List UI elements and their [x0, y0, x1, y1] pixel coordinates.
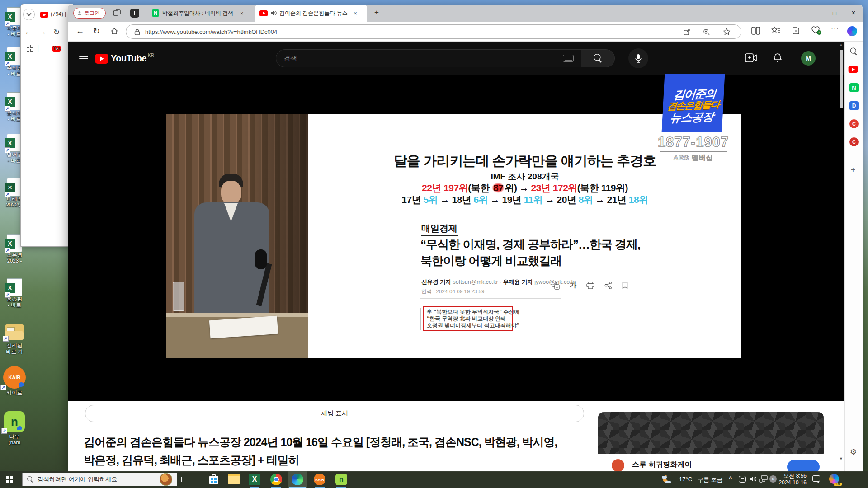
sidebar-naver-icon[interactable]: N — [849, 83, 859, 92]
ime-indicator-icon[interactable] — [739, 476, 746, 483]
reporter-name: 신유경 기자 — [421, 279, 451, 285]
voice-search-button[interactable] — [628, 48, 648, 68]
task-view-icon[interactable] — [181, 476, 189, 483]
sidebar-youtube-icon[interactable] — [849, 66, 858, 73]
hidden-icons-chevron[interactable]: ^ — [729, 475, 732, 482]
youtube-logo-icon — [95, 54, 108, 64]
back-icon[interactable]: ← — [24, 28, 32, 37]
address-bar[interactable]: https://www.youtube.com/watch?v=h8mkOHDc… — [126, 24, 741, 39]
split-screen-icon[interactable] — [751, 27, 760, 35]
notification-center-icon[interactable] — [812, 475, 820, 482]
tab-youtube-active[interactable]: 김어준의 겸손은힘들다 뉴스 × — [255, 5, 367, 22]
copilot-icon[interactable] — [847, 26, 857, 36]
taskbar-store-icon[interactable] — [208, 474, 220, 485]
subscribe-button[interactable] — [787, 460, 820, 472]
split-tab-icon[interactable] — [130, 9, 139, 18]
browser-content: YouTube KR 검색 M — [68, 42, 863, 472]
rank-2023: 23년 172위 — [531, 183, 577, 193]
sidebar-search-icon[interactable] — [849, 47, 859, 56]
window-close-button[interactable]: × — [844, 5, 863, 22]
tab-search-chevron-button[interactable] — [23, 9, 35, 20]
browser-essentials-icon[interactable]: ✓ — [811, 26, 820, 34]
settings-menu-icon[interactable]: ··· — [831, 24, 839, 32]
sidebar-red-app-icon-2[interactable]: C — [849, 137, 859, 146]
tab-close-icon[interactable]: × — [240, 10, 244, 17]
logo-line3: 뉴스공장 — [661, 110, 723, 125]
sidebar-blue-app-icon[interactable]: D — [849, 101, 859, 110]
bookmark-icon — [622, 282, 628, 289]
disconnected-status-icon[interactable]: × — [769, 475, 777, 483]
create-video-icon[interactable] — [745, 53, 757, 62]
weather-icon[interactable] — [662, 474, 672, 484]
weather-desc[interactable]: 구름 조금 — [698, 476, 723, 484]
share-icon[interactable] — [683, 28, 690, 36]
page-scrollbar[interactable]: ▲ ▼ — [838, 42, 844, 472]
forward-icon[interactable]: → — [39, 28, 47, 37]
workspaces-icon[interactable] — [113, 9, 121, 17]
hamburger-menu-icon[interactable] — [79, 55, 88, 63]
video-player[interactable]: 달을 가리키는데 손가락만을 얘기하는 추경호 IMF 조사 208개국 22년… — [68, 75, 844, 401]
scroll-up-arrow[interactable]: ▲ — [839, 42, 843, 47]
favorites-list-icon[interactable] — [771, 26, 780, 35]
taskbar-explorer-icon[interactable] — [228, 474, 240, 485]
taskbar-chrome-icon[interactable] — [270, 474, 282, 485]
edge-sidebar: N D C C + ⚙ — [844, 42, 863, 472]
reload-button[interactable]: ↻ — [93, 26, 100, 36]
back-button[interactable]: ← — [76, 26, 84, 36]
search-input[interactable]: 검색 — [276, 49, 581, 67]
weather-temp[interactable]: 17°C — [679, 476, 692, 483]
scroll-down-arrow[interactable]: ▼ — [839, 456, 843, 461]
zoom-icon[interactable] — [703, 28, 710, 36]
start-button[interactable] — [6, 476, 13, 483]
search-highlight-food-image[interactable] — [160, 473, 172, 486]
window-maximize-button[interactable]: □ — [826, 5, 844, 22]
sidebar-settings-gear-icon[interactable]: ⚙ — [850, 447, 857, 457]
letter: N — [852, 84, 856, 91]
home-button[interactable] — [110, 27, 118, 35]
tab-close-icon[interactable]: × — [354, 10, 357, 17]
background-browser-window[interactable]: (794) [ ← → ↻ | You — [20, 4, 73, 247]
text: → 21년 — [593, 194, 628, 205]
login-chip[interactable]: 로그인 — [73, 8, 106, 19]
desktop-icon-folder[interactable]: ↗ 정리된바로 가 — [2, 324, 27, 355]
quote-line: 文정권 빚더미경제부터 석고대죄해야” — [427, 322, 509, 329]
desktop-icon-kairo[interactable]: KAIR ↗ 카이로 — [2, 366, 27, 396]
taskbar-edge-icon[interactable] — [292, 474, 303, 485]
article-tools: 가 — [552, 281, 628, 290]
url-text[interactable]: https://www.youtube.com/watch?v=h8mkOHDc… — [145, 28, 277, 35]
translate-icon — [552, 282, 560, 290]
avatar[interactable]: M — [801, 51, 816, 66]
tab-naver[interactable]: N 박철희주일대사 : 네이버 검색 × — [148, 5, 253, 22]
taskbar-excel-icon[interactable]: X — [249, 474, 260, 485]
taskbar-namu-icon[interactable]: n — [335, 474, 347, 485]
text: → 20년 — [542, 194, 578, 205]
audio-playing-icon[interactable] — [270, 10, 277, 16]
letter: n — [339, 475, 344, 483]
notifications-bell-icon[interactable] — [773, 53, 782, 63]
clock[interactable]: 오전 8:56 2024-10-16 — [778, 473, 807, 486]
youtube-logo[interactable]: YouTube KR — [95, 53, 154, 64]
new-tab-button[interactable]: + — [374, 8, 379, 17]
taskbar-search-box[interactable]: 검색하려면 여기에 입력하세요. — [22, 473, 177, 486]
tray-copilot-icon[interactable]: PRE — [829, 474, 839, 484]
excel-icon: X↗ — [7, 47, 22, 65]
desktop-icon-excel-7[interactable]: X↗ 홈쇼핑- 바로 — [2, 278, 27, 308]
volume-icon[interactable] — [750, 475, 757, 483]
keyboard-icon[interactable] — [563, 55, 574, 62]
show-chat-button[interactable]: 채팅 표시 — [85, 405, 584, 422]
desktop-icon-namu[interactable]: n ↗ 나무(nam — [2, 411, 27, 446]
scrollbar-thumb[interactable] — [840, 50, 843, 108]
window-minimize-button[interactable]: – — [803, 5, 821, 22]
sidebar-red-app-icon-1[interactable]: C — [849, 119, 859, 128]
sidebar-add-icon[interactable]: + — [851, 165, 855, 174]
collections-icon[interactable] — [791, 26, 800, 35]
favorite-star-icon[interactable] — [723, 28, 731, 36]
reload-icon[interactable]: ↻ — [53, 28, 60, 37]
lock-icon[interactable] — [134, 29, 140, 35]
taskbar-kairo-icon[interactable]: KAIR — [314, 474, 326, 485]
excel-icon: X↗ — [7, 134, 22, 152]
network-icon[interactable] — [760, 475, 768, 483]
quote-box: 李 “북한보다 못한 무역적자국” 주장에 “한국 무역량 北과 비교대상 안돼… — [423, 306, 513, 331]
search-button[interactable] — [581, 49, 615, 67]
apps-grid-icon[interactable] — [27, 45, 33, 52]
